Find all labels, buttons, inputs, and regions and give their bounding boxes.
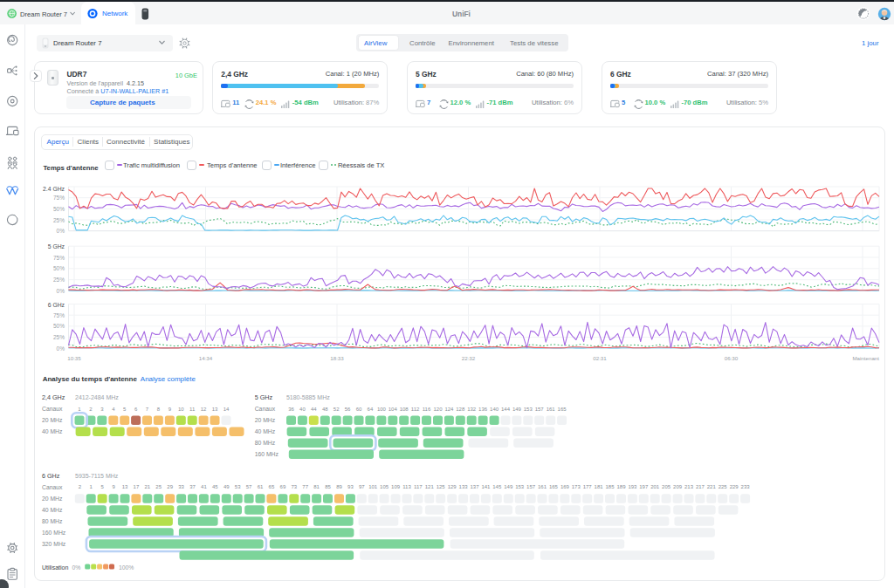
svg-text:97: 97 [359,484,365,489]
svg-text:12: 12 [201,407,207,412]
svg-text:7: 7 [146,407,149,412]
svg-text:80 MHz: 80 MHz [255,440,276,446]
svg-text:201: 201 [650,484,660,489]
svg-text:2: 2 [89,407,93,412]
svg-text:117: 117 [414,484,423,489]
svg-text:02:31: 02:31 [593,355,607,361]
svg-text:65: 65 [269,484,275,489]
svg-text:41: 41 [201,484,207,489]
svg-text:2: 2 [79,484,82,489]
svg-text:14:34: 14:34 [199,355,213,361]
svg-text:89: 89 [336,484,342,489]
svg-text:5180-5885 MHz: 5180-5885 MHz [286,394,330,400]
svg-text:113: 113 [402,484,411,489]
svg-text:17: 17 [134,484,140,489]
svg-text:5: 5 [123,407,127,412]
svg-text:128: 128 [456,407,465,412]
svg-text:53: 53 [235,484,241,489]
svg-text:73: 73 [291,484,297,489]
svg-text:157: 157 [535,407,545,412]
svg-text:185: 185 [605,484,615,489]
svg-text:112: 112 [411,407,420,412]
svg-text:6 GHz: 6 GHz [42,472,60,480]
svg-text:5 GHz: 5 GHz [255,393,273,401]
svg-text:157: 157 [526,484,536,489]
svg-text:0%: 0% [72,564,81,571]
svg-text:40 MHz: 40 MHz [42,428,63,434]
svg-text:161: 161 [538,484,547,489]
svg-text:25%: 25% [53,217,65,223]
svg-text:108: 108 [400,407,409,412]
svg-text:33: 33 [178,484,184,489]
svg-text:160 MHz: 160 MHz [42,530,66,536]
svg-text:52: 52 [334,407,340,412]
svg-text:06:30: 06:30 [725,355,739,361]
svg-text:Canaux: Canaux [255,406,276,412]
svg-text:205: 205 [662,484,671,489]
svg-text:233: 233 [741,484,751,489]
svg-text:57: 57 [246,484,252,489]
svg-text:100: 100 [377,407,387,412]
svg-text:93: 93 [347,484,354,489]
svg-text:1: 1 [90,484,93,489]
svg-text:136: 136 [478,407,488,412]
svg-text:213: 213 [684,484,694,489]
svg-text:50%: 50% [53,265,65,271]
svg-text:0%: 0% [57,228,65,234]
svg-text:0%: 0% [57,288,65,294]
svg-text:50%: 50% [53,206,65,212]
svg-text:25: 25 [155,484,162,489]
svg-text:129: 129 [448,484,457,489]
svg-text:141: 141 [481,484,491,489]
svg-text:8: 8 [157,407,161,412]
svg-text:22:32: 22:32 [462,355,476,361]
svg-text:25%: 25% [53,334,65,340]
svg-text:169: 169 [560,484,570,489]
svg-text:125: 125 [437,484,446,489]
svg-text:217: 217 [696,484,705,489]
svg-text:124: 124 [444,407,454,412]
svg-text:18:33: 18:33 [330,355,344,361]
svg-text:173: 173 [572,484,581,489]
svg-text:2.4 GHz: 2.4 GHz [43,186,65,192]
svg-text:75%: 75% [53,195,65,201]
svg-text:221: 221 [707,484,717,489]
svg-text:160 MHz: 160 MHz [255,451,279,457]
svg-text:193: 193 [628,484,637,489]
svg-text:Maintenant: Maintenant [852,355,879,361]
svg-text:21: 21 [144,484,150,489]
svg-text:181: 181 [595,484,604,489]
svg-text:44: 44 [311,407,317,412]
svg-text:229: 229 [730,484,739,489]
svg-text:Canaux: Canaux [42,484,63,490]
svg-text:177: 177 [583,484,593,489]
svg-text:25%: 25% [53,277,65,283]
svg-text:225: 225 [719,484,728,489]
svg-text:153: 153 [524,407,533,412]
svg-text:161: 161 [547,407,556,412]
svg-text:40: 40 [299,407,306,412]
svg-text:45: 45 [212,484,218,489]
svg-text:100%: 100% [119,564,134,571]
svg-text:48: 48 [322,407,328,412]
svg-text:149: 149 [512,407,522,412]
svg-text:209: 209 [673,484,683,489]
svg-text:13: 13 [122,484,128,489]
svg-text:13: 13 [212,407,218,412]
svg-text:61: 61 [258,484,264,489]
svg-text:2412-2484 MHz: 2412-2484 MHz [75,394,119,400]
svg-text:144: 144 [501,407,511,412]
svg-text:11: 11 [189,407,196,412]
svg-text:75%: 75% [53,255,65,261]
svg-text:0%: 0% [57,345,65,352]
svg-text:6 GHz: 6 GHz [48,302,65,308]
svg-text:60: 60 [356,407,362,412]
svg-text:149: 149 [504,484,513,489]
svg-text:5 GHz: 5 GHz [48,243,65,250]
svg-text:10: 10 [178,407,184,412]
svg-text:5935-7115 MHz: 5935-7115 MHz [75,473,119,479]
svg-text:5: 5 [100,484,104,489]
svg-text:165: 165 [558,407,567,412]
svg-text:56: 56 [345,407,351,412]
svg-text:132: 132 [467,407,477,412]
